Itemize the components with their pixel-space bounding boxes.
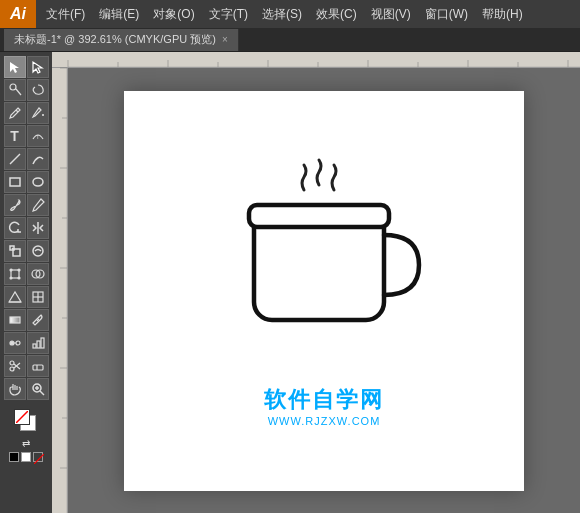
rotate-tool[interactable] (4, 217, 26, 239)
eyedropper-tool[interactable] (27, 309, 49, 331)
svg-rect-32 (41, 338, 44, 348)
tool-row-5 (4, 148, 49, 170)
svg-text:T: T (36, 134, 40, 140)
canvas-area: 软件自学网 WWW.RJZXW.COM (52, 52, 580, 513)
titlebar: Ai 文件(F) 编辑(E) 对象(O) 文字(T) 选择(S) 效果(C) 视… (0, 0, 580, 28)
selection-tool[interactable] (4, 56, 26, 78)
svg-rect-25 (10, 317, 20, 323)
menu-effect[interactable]: 效果(C) (310, 4, 363, 25)
svg-rect-14 (11, 270, 19, 278)
menu-help[interactable]: 帮助(H) (476, 4, 529, 25)
tool-row-13 (4, 332, 49, 354)
menu-edit[interactable]: 编辑(E) (93, 4, 145, 25)
svg-line-0 (16, 89, 21, 95)
shape-builder-tool[interactable] (27, 263, 49, 285)
tool-row-3 (4, 102, 49, 124)
lasso-tool[interactable] (27, 79, 49, 101)
ruler-left (52, 68, 68, 513)
warp-tool[interactable] (27, 240, 49, 262)
path-type-tool[interactable]: T (27, 125, 49, 147)
svg-point-16 (18, 269, 20, 271)
tool-row-8 (4, 217, 49, 239)
fill-color[interactable] (14, 409, 30, 425)
main-area: T T (0, 52, 580, 513)
tool-row-4: T T (4, 125, 49, 147)
svg-rect-31 (37, 341, 40, 348)
pencil-tool[interactable] (27, 194, 49, 216)
svg-point-28 (16, 341, 20, 345)
svg-point-13 (33, 246, 43, 256)
zoom-tool[interactable] (27, 378, 49, 400)
svg-line-44 (34, 454, 44, 464)
svg-point-17 (10, 277, 12, 279)
tool-row-10 (4, 263, 49, 285)
none-color[interactable] (33, 452, 43, 462)
scissors-tool[interactable] (4, 355, 26, 377)
tool-row-9 (4, 240, 49, 262)
add-anchor-tool[interactable] (27, 102, 49, 124)
document-canvas[interactable]: 软件自学网 WWW.RJZXW.COM (68, 68, 580, 513)
tool-row-11 (4, 286, 49, 308)
direct-selection-tool[interactable] (27, 56, 49, 78)
swap-colors-button[interactable]: ⇄ (22, 438, 30, 449)
tab-label: 未标题-1* @ 392.61% (CMYK/GPU 预览) (14, 32, 216, 47)
line-tool[interactable] (4, 148, 26, 170)
menu-object[interactable]: 对象(O) (147, 4, 200, 25)
hand-tool[interactable] (4, 378, 26, 400)
rectangle-tool[interactable] (4, 171, 26, 193)
toolbar: T T (0, 52, 52, 513)
free-transform-tool[interactable] (4, 263, 26, 285)
canvas-row: 软件自学网 WWW.RJZXW.COM (52, 68, 580, 513)
ruler-top (52, 52, 580, 68)
reflect-tool[interactable] (27, 217, 49, 239)
watermark-sub-text: WWW.RJZXW.COM (268, 415, 381, 427)
menu-bar: 文件(F) 编辑(E) 对象(O) 文字(T) 选择(S) 效果(C) 视图(V… (36, 0, 580, 28)
tool-row-6 (4, 171, 49, 193)
svg-rect-30 (33, 344, 36, 348)
svg-point-1 (10, 84, 16, 90)
svg-point-8 (33, 178, 43, 186)
pen-tool[interactable] (4, 102, 26, 124)
document-tab[interactable]: 未标题-1* @ 392.61% (CMYK/GPU 预览) × (4, 29, 239, 51)
svg-rect-37 (33, 365, 43, 370)
svg-point-34 (10, 367, 14, 371)
menu-select[interactable]: 选择(S) (256, 4, 308, 25)
tool-row-2 (4, 79, 49, 101)
tool-row-15 (4, 378, 49, 400)
tool-row-12 (4, 309, 49, 331)
svg-point-27 (10, 341, 14, 345)
mesh-tool[interactable] (27, 286, 49, 308)
svg-rect-7 (10, 178, 20, 186)
tool-row-7 (4, 194, 49, 216)
app-logo: Ai (0, 0, 36, 28)
tab-bar: 未标题-1* @ 392.61% (CMYK/GPU 预览) × (0, 28, 580, 52)
menu-type[interactable]: 文字(T) (203, 4, 254, 25)
menu-file[interactable]: 文件(F) (40, 4, 91, 25)
type-tool[interactable]: T (4, 125, 26, 147)
svg-point-15 (10, 269, 12, 271)
tool-row-14 (4, 355, 49, 377)
mug-illustration (224, 155, 424, 365)
artboard: 软件自学网 WWW.RJZXW.COM (124, 91, 524, 491)
black-color[interactable] (9, 452, 19, 462)
chart-tool[interactable] (27, 332, 49, 354)
ellipse-tool[interactable] (27, 171, 49, 193)
eraser-tool[interactable] (27, 355, 49, 377)
scale-tool[interactable] (4, 240, 26, 262)
quick-colors (9, 452, 43, 462)
arc-tool[interactable] (27, 148, 49, 170)
menu-view[interactable]: 视图(V) (365, 4, 417, 25)
paintbrush-tool[interactable] (4, 194, 26, 216)
svg-line-40 (40, 391, 44, 395)
svg-line-6 (10, 154, 20, 164)
magic-wand-tool[interactable] (4, 79, 26, 101)
menu-window[interactable]: 窗口(W) (419, 4, 474, 25)
tool-row-1 (4, 56, 49, 78)
svg-point-33 (10, 361, 14, 365)
blend-tool[interactable] (4, 332, 26, 354)
tab-close-button[interactable]: × (222, 34, 228, 45)
gradient-tool[interactable] (4, 309, 26, 331)
perspective-tool[interactable] (4, 286, 26, 308)
watermark: 软件自学网 WWW.RJZXW.COM (264, 385, 384, 427)
white-color[interactable] (21, 452, 31, 462)
